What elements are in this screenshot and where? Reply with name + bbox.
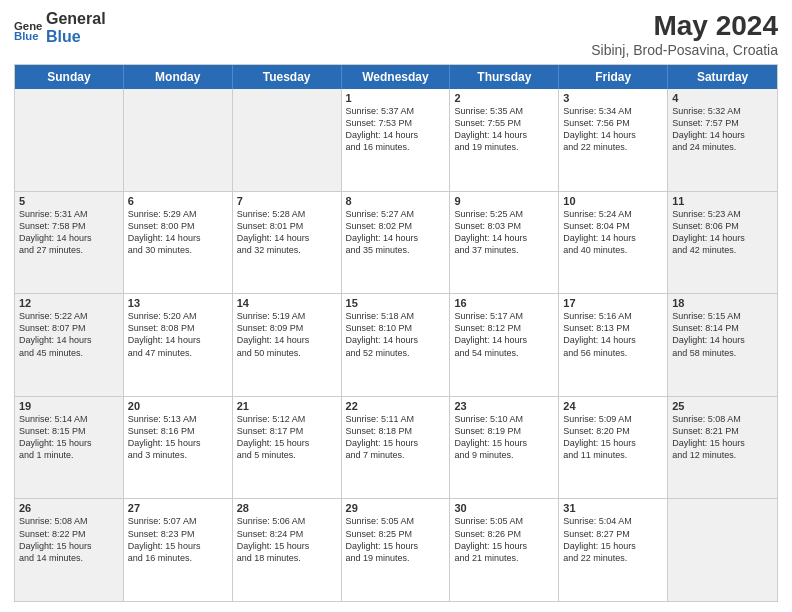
calendar-cell: 3Sunrise: 5:34 AM Sunset: 7:56 PM Daylig… bbox=[559, 89, 668, 191]
calendar-cell: 14Sunrise: 5:19 AM Sunset: 8:09 PM Dayli… bbox=[233, 294, 342, 396]
day-number: 21 bbox=[237, 400, 337, 412]
calendar-cell: 12Sunrise: 5:22 AM Sunset: 8:07 PM Dayli… bbox=[15, 294, 124, 396]
header-cell-saturday: Saturday bbox=[668, 65, 777, 89]
day-number: 26 bbox=[19, 502, 119, 514]
header-cell-tuesday: Tuesday bbox=[233, 65, 342, 89]
calendar-cell: 24Sunrise: 5:09 AM Sunset: 8:20 PM Dayli… bbox=[559, 397, 668, 499]
day-info: Sunrise: 5:34 AM Sunset: 7:56 PM Dayligh… bbox=[563, 105, 663, 154]
page: General Blue General Blue May 2024 Sibin… bbox=[0, 0, 792, 612]
day-number: 6 bbox=[128, 195, 228, 207]
calendar-cell: 29Sunrise: 5:05 AM Sunset: 8:25 PM Dayli… bbox=[342, 499, 451, 601]
title-block: May 2024 Sibinj, Brod-Posavina, Croatia bbox=[591, 10, 778, 58]
calendar-cell: 22Sunrise: 5:11 AM Sunset: 8:18 PM Dayli… bbox=[342, 397, 451, 499]
logo-general: General bbox=[46, 10, 106, 28]
day-info: Sunrise: 5:19 AM Sunset: 8:09 PM Dayligh… bbox=[237, 310, 337, 359]
day-info: Sunrise: 5:17 AM Sunset: 8:12 PM Dayligh… bbox=[454, 310, 554, 359]
logo: General Blue General Blue bbox=[14, 10, 106, 45]
day-info: Sunrise: 5:16 AM Sunset: 8:13 PM Dayligh… bbox=[563, 310, 663, 359]
calendar-header: SundayMondayTuesdayWednesdayThursdayFrid… bbox=[15, 65, 777, 89]
calendar-body: 1Sunrise: 5:37 AM Sunset: 7:53 PM Daylig… bbox=[15, 89, 777, 601]
day-info: Sunrise: 5:14 AM Sunset: 8:15 PM Dayligh… bbox=[19, 413, 119, 462]
day-info: Sunrise: 5:08 AM Sunset: 8:21 PM Dayligh… bbox=[672, 413, 773, 462]
day-number: 8 bbox=[346, 195, 446, 207]
calendar: SundayMondayTuesdayWednesdayThursdayFrid… bbox=[14, 64, 778, 602]
day-info: Sunrise: 5:35 AM Sunset: 7:55 PM Dayligh… bbox=[454, 105, 554, 154]
calendar-cell: 15Sunrise: 5:18 AM Sunset: 8:10 PM Dayli… bbox=[342, 294, 451, 396]
day-number: 15 bbox=[346, 297, 446, 309]
day-info: Sunrise: 5:31 AM Sunset: 7:58 PM Dayligh… bbox=[19, 208, 119, 257]
calendar-cell: 13Sunrise: 5:20 AM Sunset: 8:08 PM Dayli… bbox=[124, 294, 233, 396]
calendar-cell: 2Sunrise: 5:35 AM Sunset: 7:55 PM Daylig… bbox=[450, 89, 559, 191]
day-info: Sunrise: 5:11 AM Sunset: 8:18 PM Dayligh… bbox=[346, 413, 446, 462]
calendar-cell: 17Sunrise: 5:16 AM Sunset: 8:13 PM Dayli… bbox=[559, 294, 668, 396]
day-number: 17 bbox=[563, 297, 663, 309]
calendar-cell: 10Sunrise: 5:24 AM Sunset: 8:04 PM Dayli… bbox=[559, 192, 668, 294]
day-number: 18 bbox=[672, 297, 773, 309]
calendar-cell: 26Sunrise: 5:08 AM Sunset: 8:22 PM Dayli… bbox=[15, 499, 124, 601]
calendar-cell bbox=[668, 499, 777, 601]
day-info: Sunrise: 5:08 AM Sunset: 8:22 PM Dayligh… bbox=[19, 515, 119, 564]
day-number: 4 bbox=[672, 92, 773, 104]
calendar-cell: 7Sunrise: 5:28 AM Sunset: 8:01 PM Daylig… bbox=[233, 192, 342, 294]
day-info: Sunrise: 5:12 AM Sunset: 8:17 PM Dayligh… bbox=[237, 413, 337, 462]
day-info: Sunrise: 5:10 AM Sunset: 8:19 PM Dayligh… bbox=[454, 413, 554, 462]
calendar-cell: 25Sunrise: 5:08 AM Sunset: 8:21 PM Dayli… bbox=[668, 397, 777, 499]
day-number: 1 bbox=[346, 92, 446, 104]
day-number: 9 bbox=[454, 195, 554, 207]
calendar-cell: 6Sunrise: 5:29 AM Sunset: 8:00 PM Daylig… bbox=[124, 192, 233, 294]
day-number: 19 bbox=[19, 400, 119, 412]
calendar-cell: 20Sunrise: 5:13 AM Sunset: 8:16 PM Dayli… bbox=[124, 397, 233, 499]
header-cell-friday: Friday bbox=[559, 65, 668, 89]
logo-blue: Blue bbox=[46, 28, 106, 46]
day-number: 16 bbox=[454, 297, 554, 309]
day-info: Sunrise: 5:04 AM Sunset: 8:27 PM Dayligh… bbox=[563, 515, 663, 564]
day-number: 24 bbox=[563, 400, 663, 412]
header-cell-thursday: Thursday bbox=[450, 65, 559, 89]
header-cell-sunday: Sunday bbox=[15, 65, 124, 89]
calendar-cell: 19Sunrise: 5:14 AM Sunset: 8:15 PM Dayli… bbox=[15, 397, 124, 499]
day-info: Sunrise: 5:18 AM Sunset: 8:10 PM Dayligh… bbox=[346, 310, 446, 359]
day-number: 28 bbox=[237, 502, 337, 514]
header-cell-monday: Monday bbox=[124, 65, 233, 89]
calendar-row-4: 26Sunrise: 5:08 AM Sunset: 8:22 PM Dayli… bbox=[15, 499, 777, 601]
calendar-cell: 9Sunrise: 5:25 AM Sunset: 8:03 PM Daylig… bbox=[450, 192, 559, 294]
location: Sibinj, Brod-Posavina, Croatia bbox=[591, 42, 778, 58]
svg-text:Blue: Blue bbox=[14, 30, 39, 42]
calendar-cell: 18Sunrise: 5:15 AM Sunset: 8:14 PM Dayli… bbox=[668, 294, 777, 396]
header-cell-wednesday: Wednesday bbox=[342, 65, 451, 89]
calendar-cell: 4Sunrise: 5:32 AM Sunset: 7:57 PM Daylig… bbox=[668, 89, 777, 191]
calendar-cell: 27Sunrise: 5:07 AM Sunset: 8:23 PM Dayli… bbox=[124, 499, 233, 601]
calendar-cell: 28Sunrise: 5:06 AM Sunset: 8:24 PM Dayli… bbox=[233, 499, 342, 601]
day-number: 14 bbox=[237, 297, 337, 309]
calendar-cell bbox=[15, 89, 124, 191]
day-number: 2 bbox=[454, 92, 554, 104]
day-number: 25 bbox=[672, 400, 773, 412]
calendar-row-0: 1Sunrise: 5:37 AM Sunset: 7:53 PM Daylig… bbox=[15, 89, 777, 192]
day-number: 22 bbox=[346, 400, 446, 412]
day-info: Sunrise: 5:09 AM Sunset: 8:20 PM Dayligh… bbox=[563, 413, 663, 462]
day-info: Sunrise: 5:05 AM Sunset: 8:25 PM Dayligh… bbox=[346, 515, 446, 564]
calendar-cell: 30Sunrise: 5:05 AM Sunset: 8:26 PM Dayli… bbox=[450, 499, 559, 601]
day-info: Sunrise: 5:13 AM Sunset: 8:16 PM Dayligh… bbox=[128, 413, 228, 462]
day-info: Sunrise: 5:29 AM Sunset: 8:00 PM Dayligh… bbox=[128, 208, 228, 257]
day-info: Sunrise: 5:27 AM Sunset: 8:02 PM Dayligh… bbox=[346, 208, 446, 257]
calendar-row-3: 19Sunrise: 5:14 AM Sunset: 8:15 PM Dayli… bbox=[15, 397, 777, 500]
calendar-cell: 11Sunrise: 5:23 AM Sunset: 8:06 PM Dayli… bbox=[668, 192, 777, 294]
calendar-cell bbox=[124, 89, 233, 191]
calendar-cell: 8Sunrise: 5:27 AM Sunset: 8:02 PM Daylig… bbox=[342, 192, 451, 294]
day-number: 30 bbox=[454, 502, 554, 514]
header: General Blue General Blue May 2024 Sibin… bbox=[14, 10, 778, 58]
day-info: Sunrise: 5:20 AM Sunset: 8:08 PM Dayligh… bbox=[128, 310, 228, 359]
day-info: Sunrise: 5:15 AM Sunset: 8:14 PM Dayligh… bbox=[672, 310, 773, 359]
day-number: 27 bbox=[128, 502, 228, 514]
day-number: 10 bbox=[563, 195, 663, 207]
day-number: 23 bbox=[454, 400, 554, 412]
day-info: Sunrise: 5:32 AM Sunset: 7:57 PM Dayligh… bbox=[672, 105, 773, 154]
day-info: Sunrise: 5:25 AM Sunset: 8:03 PM Dayligh… bbox=[454, 208, 554, 257]
calendar-cell: 31Sunrise: 5:04 AM Sunset: 8:27 PM Dayli… bbox=[559, 499, 668, 601]
calendar-row-1: 5Sunrise: 5:31 AM Sunset: 7:58 PM Daylig… bbox=[15, 192, 777, 295]
day-info: Sunrise: 5:07 AM Sunset: 8:23 PM Dayligh… bbox=[128, 515, 228, 564]
day-number: 12 bbox=[19, 297, 119, 309]
calendar-cell: 1Sunrise: 5:37 AM Sunset: 7:53 PM Daylig… bbox=[342, 89, 451, 191]
day-info: Sunrise: 5:05 AM Sunset: 8:26 PM Dayligh… bbox=[454, 515, 554, 564]
